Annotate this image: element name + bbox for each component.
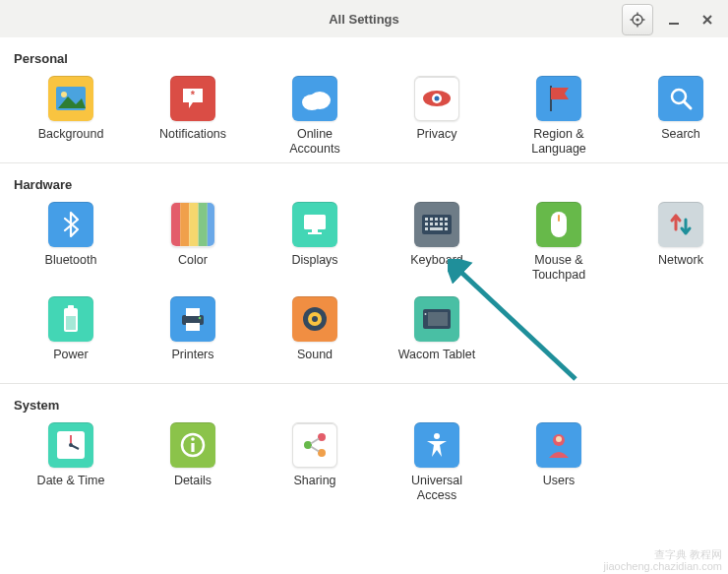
svg-rect-25 xyxy=(304,215,326,229)
notifications-icon: * xyxy=(170,76,215,121)
close-icon xyxy=(701,14,713,26)
section-title-hardware: Hardware xyxy=(12,173,716,198)
svg-point-13 xyxy=(309,92,331,109)
svg-point-65 xyxy=(318,433,326,441)
svg-rect-35 xyxy=(430,223,433,225)
item-keyboard[interactable]: Keyboard xyxy=(378,198,496,285)
section-hardware: Hardware Bluetooth Color xyxy=(0,162,728,383)
item-label: Notifications xyxy=(159,127,226,157)
item-online-accounts[interactable]: Online Accounts xyxy=(256,72,374,159)
item-privacy[interactable]: Privacy xyxy=(378,72,496,159)
item-displays[interactable]: Displays xyxy=(256,198,374,285)
users-icon xyxy=(536,422,581,468)
item-label: Search xyxy=(661,127,700,157)
svg-rect-27 xyxy=(308,232,322,234)
svg-rect-63 xyxy=(191,443,194,452)
watermark-line: jiaocheng.chazidian.com xyxy=(604,560,722,572)
item-label: Bluetooth xyxy=(45,253,97,283)
privacy-icon xyxy=(414,76,459,121)
svg-point-71 xyxy=(556,436,562,442)
item-label: Displays xyxy=(291,253,337,283)
item-label: Users xyxy=(543,474,576,503)
svg-rect-43 xyxy=(558,215,560,222)
item-label: Color xyxy=(178,253,208,283)
watermark-line: 查字典 教程网 xyxy=(604,548,722,560)
svg-point-56 xyxy=(425,313,427,315)
item-label: Universal Access xyxy=(411,474,462,503)
svg-rect-48 xyxy=(186,308,200,316)
details-icon xyxy=(170,422,215,468)
svg-rect-33 xyxy=(445,218,448,221)
item-network[interactable]: Network xyxy=(622,198,728,285)
date-time-icon xyxy=(48,422,93,468)
svg-line-19 xyxy=(684,101,691,108)
svg-rect-38 xyxy=(445,223,448,225)
item-label: Mouse & Touchpad xyxy=(532,253,585,283)
item-color[interactable]: Color xyxy=(134,198,252,285)
item-mouse-touchpad[interactable]: Mouse & Touchpad xyxy=(500,198,618,285)
item-label: Details xyxy=(174,474,212,503)
item-region-language[interactable]: Region & Language xyxy=(500,72,618,159)
svg-rect-23 xyxy=(199,202,208,247)
svg-rect-39 xyxy=(425,227,428,230)
svg-rect-29 xyxy=(425,218,428,221)
keyboard-icon xyxy=(414,202,459,247)
item-details[interactable]: Details xyxy=(134,418,252,505)
item-printers[interactable]: Printers xyxy=(134,292,252,379)
content-area: Personal Background * Notifications xyxy=(0,37,728,574)
close-button[interactable] xyxy=(695,7,720,32)
svg-rect-31 xyxy=(435,218,438,221)
universal-access-icon xyxy=(414,422,459,468)
section-title-system: System xyxy=(12,394,716,418)
target-icon xyxy=(630,12,645,28)
item-wacom-tablet[interactable]: Wacom Tablet xyxy=(378,292,496,379)
svg-rect-26 xyxy=(312,229,318,232)
item-label: Network xyxy=(658,253,703,283)
svg-line-67 xyxy=(311,439,319,444)
svg-line-68 xyxy=(311,447,319,452)
svg-text:*: * xyxy=(191,89,196,100)
color-icon xyxy=(170,202,215,247)
item-label: Privacy xyxy=(417,127,457,157)
item-label: Power xyxy=(53,348,88,377)
item-label: Online Accounts xyxy=(289,127,339,157)
background-icon xyxy=(48,76,93,121)
item-search[interactable]: Search xyxy=(622,72,728,159)
item-label: Sound xyxy=(297,348,333,377)
svg-rect-34 xyxy=(425,223,428,225)
item-power[interactable]: Power xyxy=(12,292,130,379)
item-label: Background xyxy=(38,127,104,157)
svg-point-50 xyxy=(199,317,202,320)
svg-point-62 xyxy=(191,437,195,441)
printers-icon xyxy=(170,296,215,342)
svg-point-1 xyxy=(636,18,638,21)
item-date-time[interactable]: Date & Time xyxy=(12,418,130,505)
item-notifications[interactable]: * Notifications xyxy=(134,72,252,159)
window-title: All Settings xyxy=(329,12,399,27)
network-icon xyxy=(658,202,703,247)
svg-rect-6 xyxy=(669,23,679,25)
item-label: Printers xyxy=(171,348,213,377)
svg-rect-55 xyxy=(428,312,448,326)
item-background[interactable]: Background xyxy=(12,72,130,159)
region-language-icon xyxy=(536,76,581,121)
wacom-tablet-icon xyxy=(414,296,459,342)
item-label: Region & Language xyxy=(531,127,586,157)
bluetooth-icon xyxy=(48,202,93,247)
item-sound[interactable]: Sound xyxy=(256,292,374,379)
svg-point-16 xyxy=(435,96,440,101)
svg-rect-41 xyxy=(445,227,448,230)
minimize-button[interactable] xyxy=(661,7,687,32)
item-universal-access[interactable]: Universal Access xyxy=(378,418,496,505)
locate-button[interactable] xyxy=(622,4,653,35)
svg-rect-45 xyxy=(68,305,74,309)
item-label: Sharing xyxy=(293,474,335,503)
item-users[interactable]: Users xyxy=(500,418,618,505)
item-bluetooth[interactable]: Bluetooth xyxy=(12,198,130,285)
item-sharing[interactable]: Sharing xyxy=(256,418,374,505)
section-title-personal: Personal xyxy=(12,47,716,72)
svg-rect-24 xyxy=(208,202,214,247)
sharing-icon xyxy=(292,422,337,468)
minimize-icon xyxy=(668,14,680,26)
item-label: Wacom Tablet xyxy=(398,348,476,377)
